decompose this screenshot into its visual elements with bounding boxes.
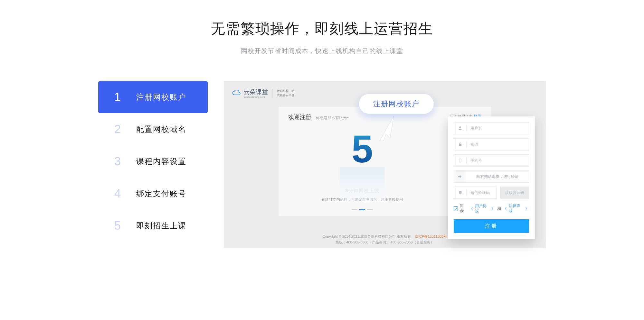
preview-panel: 云朵课堂 yunduoketang.com 教育机构一站 式服务云平台 欢迎注册… [224, 81, 546, 248]
step-register-account[interactable]: 1 注册网校账户 [98, 81, 208, 113]
placeholder: 手机号 [467, 158, 482, 163]
logo-bar: 云朵课堂 yunduoketang.com 教育机构一站 式服务云平台 [232, 88, 294, 98]
agree-checkbox[interactable] [454, 206, 458, 211]
agree-prefix: 同意 [460, 203, 467, 214]
step-label: 注册网校账户 [136, 92, 186, 102]
agree-and: 和 [497, 206, 501, 212]
bracket: 《 [503, 206, 507, 212]
copyright: Copyright © 2014-2021.北京昱新科技有限公司 版权所有 [323, 234, 411, 238]
icp-link[interactable]: 京ICP备15011506号 [415, 234, 447, 238]
user-icon [454, 126, 466, 131]
step-number: 5 [114, 219, 130, 233]
placeholder: 短信验证码 [467, 190, 490, 196]
hero-numeral: 5 [352, 127, 373, 171]
register-button[interactable]: 注册 [454, 219, 529, 233]
shield-icon [454, 190, 466, 195]
page-headline: 无需繁琐操作，即刻线上运营招生 [0, 19, 644, 38]
page-subheadline: 网校开发节省时间成本，快速上线机构自己的线上课堂 [0, 47, 644, 55]
slider-captcha[interactable]: 向右拖动滑块，进行验证 [454, 170, 529, 183]
logo-tagline-2: 式服务云平台 [277, 94, 294, 97]
svg-marker-0 [380, 116, 394, 141]
lock-icon [454, 142, 466, 147]
step-start-enrollment[interactable]: 5 即刻招生上课 [98, 210, 208, 242]
carousel-dots [314, 209, 411, 210]
step-configure-domain[interactable]: 2 配置网校域名 [98, 113, 208, 145]
carousel-dot[interactable] [352, 209, 357, 210]
phone-field[interactable]: 手机号 [454, 154, 529, 167]
pointer-arrow-icon [378, 116, 398, 145]
slider-text: 向右拖动滑块，进行验证 [466, 174, 529, 179]
carousel-dot[interactable] [367, 209, 373, 210]
step-label: 即刻招生上课 [136, 221, 186, 231]
username-field[interactable]: 用户名 [454, 122, 529, 134]
register-form: 用户名 密码 手机号 [448, 116, 535, 239]
bracket: 》 [491, 206, 495, 212]
step-number: 3 [114, 155, 130, 168]
step-number: 2 [114, 123, 130, 136]
placeholder: 密码 [467, 142, 478, 147]
bracket: 《 [469, 206, 473, 212]
sms-code-field[interactable]: 短信验证码 [454, 187, 497, 199]
step-number: 1 [114, 90, 130, 104]
bracket: 》 [525, 206, 529, 212]
placeholder: 用户名 [467, 126, 482, 131]
svg-point-2 [460, 161, 460, 162]
tooltip-pill: 注册网校账户 [359, 94, 434, 114]
get-code-button[interactable]: 获取验证码 [500, 187, 529, 199]
logo-tagline-1: 教育机构一站 [277, 89, 294, 93]
carousel-dot[interactable] [359, 209, 365, 210]
logo-domain: yunduoketang.com [244, 96, 268, 98]
steps-list: 1 注册网校账户 2 配置网校域名 3 课程内容设置 4 绑定支付账号 5 即刻… [98, 81, 208, 242]
double-arrow-icon [454, 171, 466, 182]
divider [272, 89, 272, 98]
logo-tagline: 教育机构一站 式服务云平台 [277, 89, 294, 97]
agreement-row: 同意 《用户协议》 和 《法律声明》 [454, 203, 529, 214]
logo-text: 云朵课堂 [244, 88, 268, 96]
cloud-logo-icon [232, 90, 241, 96]
card-subtitle: 你总是那么有眼光~ [316, 115, 349, 121]
user-agreement-link[interactable]: 用户协议 [475, 203, 489, 214]
card-title: 欢迎注册 [288, 113, 311, 121]
step-label: 课程内容设置 [136, 156, 186, 167]
step-label: 配置网校域名 [136, 124, 186, 134]
legal-statement-link[interactable]: 法律声明 [509, 203, 523, 214]
step-number: 4 [114, 187, 130, 200]
step-course-content[interactable]: 3 课程内容设置 [98, 145, 208, 178]
hotline: 热线：400-965-8366（产品咨询） 400-965-7366（售后服务） [224, 239, 546, 245]
step-label: 绑定支付账号 [136, 188, 186, 199]
phone-icon [454, 158, 466, 163]
step-bind-payment[interactable]: 4 绑定支付账号 [98, 178, 208, 210]
password-field[interactable]: 密码 [454, 138, 529, 151]
